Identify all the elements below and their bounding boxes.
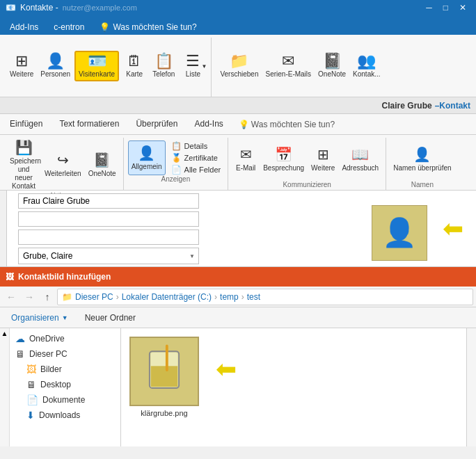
contact-photo[interactable]: 👤 (372, 205, 427, 261)
breadcrumb-2[interactable]: Lokaler Datenträger (C:) (122, 292, 212, 302)
person-photo-icon: 👤 (382, 216, 417, 249)
breadcrumb-3[interactable]: temp (220, 292, 239, 302)
tree-downloads[interactable]: ⬇ Downloads (10, 408, 120, 423)
tab-centron[interactable]: c-entron (47, 19, 91, 35)
tab-ueberprufen[interactable]: Überprüfen (129, 116, 184, 133)
breadcrumb-sep: – (435, 101, 440, 111)
btn-verschieben[interactable]: 📁 Verschieben (217, 52, 261, 80)
photo-and-arrow: 👤 ⬅ (372, 197, 470, 261)
btn-namen-pruefen[interactable]: 👤 Namen überprüfen (390, 145, 454, 174)
anzeigen-small-buttons: 📋 Details 🏅 Zertifikate 📄 Alle Felder (168, 140, 224, 175)
aktionen-group: 💾 Speichern und neuer Kontakt ↪ Weiterle… (3, 138, 124, 190)
tree-bilder[interactable]: 🖼 Bilder (10, 362, 120, 377)
title-bar-email: nutzer@example.com (63, 3, 137, 12)
person-icon: 👤 (46, 54, 65, 69)
btn-besprechung[interactable]: 📅 Besprechung (260, 145, 307, 174)
dialog-title-text: Kontaktbild hinzufügen (18, 272, 111, 282)
main-ribbon: ⊞ Weitere 👤 Personen 🪪 Visitenkarte 🗓 Ka… (0, 35, 476, 97)
new-folder-btn[interactable]: Neuer Ordner (79, 312, 141, 324)
btn-onenote-2[interactable]: 📓 OneNote (86, 150, 119, 179)
btn-weitere-2[interactable]: ⊞ Weitere (308, 145, 338, 174)
lightbulb-icon: 💡 (100, 22, 110, 32)
onenote-icon-2: 📓 (93, 152, 111, 168)
left-scrollbar: ▲ (0, 328, 10, 446)
fields-icon: 📄 (171, 165, 182, 175)
tab-addins[interactable]: Add-Ins (3, 19, 45, 35)
right-scrollbar[interactable] (466, 328, 476, 446)
anzeigen-buttons: 👤 Allgemein 📋 Details 🏅 Zertifikate 📄 Al… (128, 140, 224, 175)
close-btn[interactable]: ✕ (455, 3, 470, 13)
svg-rect-5 (166, 345, 168, 371)
sep1: › (116, 292, 119, 302)
file-preview-svg (131, 337, 198, 406)
kontaktbild-dialog: 🖼 Kontaktbild hinzufügen ← → ↑ 📁 Dieser … (0, 267, 476, 446)
contact-form-row: Grube, Claire 👤 ⬅ (7, 191, 476, 266)
btn-speichern[interactable]: 💾 Speichern und neuer Kontakt (7, 138, 40, 192)
organize-dropdown-icon: ▼ (62, 314, 68, 321)
btn-liste[interactable]: ☰ Liste ▼ (179, 52, 207, 80)
what-to-do-top[interactable]: 💡 Was möchten Sie tun? (93, 19, 203, 35)
maximize-btn[interactable]: □ (439, 3, 452, 13)
btn-allgemein[interactable]: 👤 Allgemein (128, 140, 166, 175)
meeting-icon: 📅 (275, 146, 292, 163)
field3-input[interactable] (18, 230, 199, 245)
btn-personen[interactable]: 👤 Personen (38, 52, 73, 80)
btn-kontakte[interactable]: 👥 Kontak... (350, 52, 383, 80)
file-area: klärgrube.png ⬅ (121, 328, 466, 446)
minimize-btn[interactable]: ─ (422, 3, 436, 13)
namen-buttons: 👤 Namen überprüfen (390, 138, 454, 181)
weitere-2-icon: ⊞ (317, 146, 329, 163)
btn-weiterleiten[interactable]: ↪ Weiterleiten (42, 150, 84, 179)
dokumente-icon: 📄 (26, 394, 38, 405)
btn-zertifikate[interactable]: 🏅 Zertifikate (168, 152, 224, 163)
namen-group: 👤 Namen überprüfen Namen (386, 138, 458, 190)
karte-icon: 🗓 (127, 54, 142, 69)
contact-form-area: Grube, Claire 👤 ⬅ (0, 191, 476, 267)
tree-onedrive[interactable]: ☁ OneDrive (10, 331, 120, 346)
btn-telefon[interactable]: 📋 Telefon (150, 52, 177, 80)
back-btn[interactable]: ← (3, 289, 19, 305)
svg-rect-3 (151, 366, 177, 387)
organize-btn[interactable]: Organisieren ▼ (6, 312, 74, 324)
btn-weitere[interactable]: ⊞ Weitere (7, 52, 36, 80)
adressbuch-icon: 📖 (351, 146, 369, 163)
btn-visitenkarte[interactable]: 🪪 Visitenkarte (74, 51, 119, 81)
file-thumbnail[interactable]: klärgrube.png (127, 334, 202, 420)
tab-einfuegen[interactable]: Einfügen (3, 116, 49, 133)
breadcrumb-section: Kontakt (439, 101, 470, 111)
tree-dieser-pc[interactable]: 🖥 Dieser PC (10, 346, 120, 362)
btn-alle-felder[interactable]: 📄 Alle Felder (168, 164, 224, 175)
organize-label: Organisieren (11, 313, 59, 323)
tree-desktop[interactable]: 🖥 Desktop (10, 377, 120, 392)
left-sidebar-strip (0, 191, 7, 266)
btn-adressbuch[interactable]: 📖 Adressbuch (339, 145, 381, 174)
scroll-up[interactable]: ▲ (1, 330, 8, 337)
breadcrumb-4[interactable]: test (247, 292, 260, 302)
breadcrumb-1[interactable]: Dieser PC (75, 292, 113, 302)
tab-add-ins[interactable]: Add-Ins (187, 116, 230, 133)
btn-serien-mails[interactable]: ✉ Serien-E-Mails (262, 52, 314, 80)
action-group-right: 📁 Verschieben ✉ Serien-E-Mails 📓 OneNote… (213, 38, 387, 97)
tab-text-formatieren[interactable]: Text formatieren (52, 116, 126, 133)
field2-input[interactable] (18, 211, 199, 227)
onedrive-icon: ☁ (15, 333, 25, 344)
title-bar-text: Kontakte - (20, 3, 58, 13)
btn-email[interactable]: ✉ E-Mail (232, 145, 259, 174)
btn-details[interactable]: 📋 Details (168, 140, 224, 152)
arrow-pointing-left-file: ⬅ (216, 355, 237, 384)
contact-what-to-do[interactable]: 💡 Was möchten Sie tun? (239, 120, 335, 129)
forward-btn[interactable]: → (21, 289, 38, 305)
second-ribbon-bar: Claire Grube – Kontakt (0, 97, 476, 114)
tree-dokumente[interactable]: 📄 Dokumente (10, 392, 120, 408)
anzeigen-label: Anzeigen (128, 175, 224, 184)
btn-karte[interactable]: 🗓 Karte (120, 52, 148, 80)
file-thumb-image (129, 337, 199, 406)
allgemein-icon: 👤 (138, 145, 155, 161)
name-select[interactable]: Grube, Claire (18, 248, 199, 264)
contact-name-display: Claire Grube (382, 101, 432, 111)
name-input[interactable] (18, 193, 199, 209)
breadcrumb-folder-icon: 📁 (62, 292, 72, 302)
visitenkarte-icon: 🪪 (88, 54, 106, 69)
btn-onenote[interactable]: 📓 OneNote (315, 52, 349, 80)
up-btn[interactable]: ↑ (39, 289, 56, 305)
